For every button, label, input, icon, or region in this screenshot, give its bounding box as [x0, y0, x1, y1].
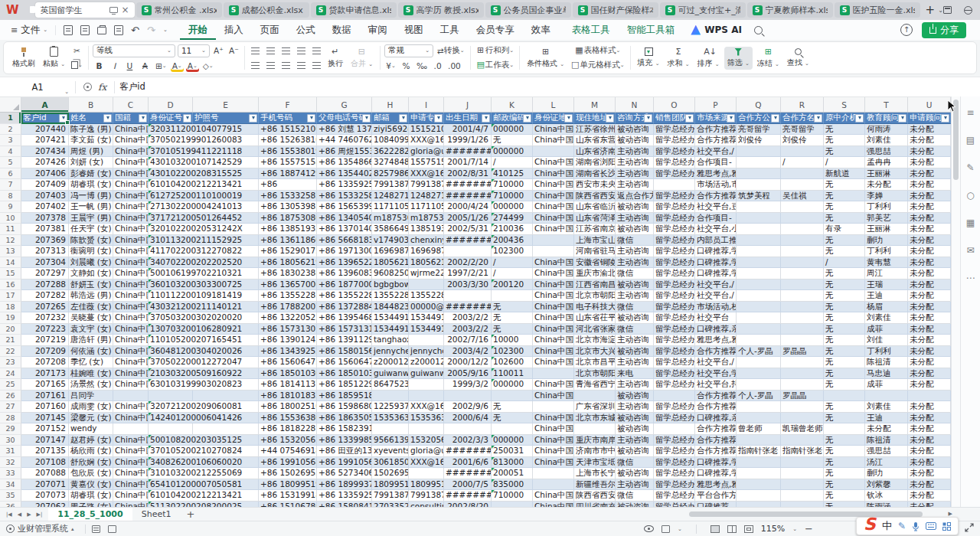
row-number[interactable]: 21: [0, 335, 21, 346]
circle-icon[interactable]: ○: [965, 190, 976, 201]
filter-dropdown-icon[interactable]: [644, 114, 652, 123]
cell[interactable]: 唐浩轩 (男): [69, 335, 113, 346]
cell[interactable]: 124827175: [409, 191, 444, 202]
cell[interactable]: 被动咨询: [616, 135, 654, 146]
row-number[interactable]: 32: [0, 457, 21, 469]
cell[interactable]: 138519326: [409, 224, 444, 235]
distribute-icon[interactable]: [310, 59, 323, 71]
cell[interactable]: 207073: [21, 490, 69, 502]
conditional-format-button[interactable]: ⊞条件格式 ⌄: [524, 46, 567, 70]
cell[interactable]: 指南针张老: [781, 446, 824, 457]
cell[interactable]: +86 1340540988: [317, 213, 372, 224]
contextual-tab-智能工具箱[interactable]: 智能工具箱: [619, 20, 684, 40]
cell[interactable]: 654101200007050581: [149, 479, 259, 491]
cell[interactable]: [865, 391, 908, 402]
cell[interactable]: 赵君婷 (女): [69, 435, 113, 446]
cell[interactable]: 被动咨询: [616, 279, 654, 291]
cell[interactable]: China中国: [533, 324, 574, 335]
cell[interactable]: [737, 435, 781, 446]
cell[interactable]: +86 15026953: [259, 468, 317, 479]
layout-icon[interactable]: [943, 6, 952, 14]
column-header-J[interactable]: J: [444, 97, 492, 112]
eye-protection-icon[interactable]: [644, 525, 654, 532]
row-number[interactable]: 3: [0, 135, 21, 146]
next-sheet-icon[interactable]: ▶: [27, 511, 31, 518]
cell[interactable]: 无: [492, 324, 533, 335]
cell[interactable]: 社交平台: [695, 312, 737, 324]
row-number[interactable]: 35: [0, 490, 21, 502]
cell[interactable]: z20001227: [409, 357, 444, 368]
filter-button[interactable]: 筛选 ⌄: [724, 47, 753, 70]
row-number[interactable]: 1: [0, 113, 21, 124]
cell[interactable]: 来电: [616, 368, 654, 380]
cell[interactable]: 口碑推荐: [695, 502, 737, 508]
cell[interactable]: 未分配: [908, 357, 951, 368]
cell[interactable]: [737, 357, 781, 368]
filter-dropdown-icon[interactable]: [103, 114, 112, 123]
row-number[interactable]: 5: [0, 157, 21, 168]
cell[interactable]: +86 15263810: [259, 135, 317, 146]
filter-dropdown-icon[interactable]: [606, 114, 614, 123]
cell[interactable]: 122593794: [372, 401, 409, 413]
cell[interactable]: 王晨宇 (男): [69, 213, 113, 224]
cell[interactable]: m1875308: [372, 213, 409, 224]
cell[interactable]: China中国: [533, 357, 574, 368]
justify-icon[interactable]: [295, 59, 308, 71]
cell[interactable]: 2001/4/7: [444, 124, 492, 136]
zoom-level[interactable]: 115%: [761, 524, 785, 534]
cell[interactable]: China中国: [113, 490, 149, 502]
wps-ai-button[interactable]: WPS AI: [691, 25, 742, 35]
cell[interactable]: [824, 391, 865, 402]
cell[interactable]: 留学总经办: [654, 312, 695, 324]
cell[interactable]: [574, 423, 616, 435]
currency-icon[interactable]: ¥⌄: [384, 60, 397, 72]
font-family-select[interactable]: 等线⌄: [93, 44, 175, 57]
cell[interactable]: 169698712: [409, 246, 444, 257]
cell[interactable]: 未分配: [908, 157, 951, 168]
cell[interactable]: 2000/7/5: [444, 479, 492, 491]
cell[interactable]: 无: [824, 268, 865, 279]
cell[interactable]: [781, 146, 824, 158]
cell[interactable]: [737, 302, 781, 313]
cell[interactable]: 留学总经办: [654, 357, 695, 368]
cell[interactable]: 社交平台,小: [695, 224, 737, 235]
cell[interactable]: China中国: [533, 179, 574, 191]
cell[interactable]: 胡睿琪 (女): [69, 490, 113, 502]
cell[interactable]: 130703200106280921: [149, 324, 259, 335]
cell[interactable]: +86 刘慧 137052: [317, 124, 372, 136]
cell[interactable]: 320721200209060081: [149, 401, 259, 413]
cell[interactable]: 430321200211140121: [149, 302, 259, 313]
file-tab[interactable]: S高学历 教授.xlsx: [398, 2, 484, 18]
cell[interactable]: +86 1991056818: [317, 457, 372, 469]
cell[interactable]: [781, 179, 824, 191]
cell[interactable]: 周江: [865, 268, 908, 279]
cell[interactable]: 刘俊伶: [781, 135, 824, 146]
cell[interactable]: +86 1580841090: [317, 502, 372, 508]
cell[interactable]: China中国: [533, 346, 574, 358]
cell[interactable]: guiwanwei: [372, 368, 409, 380]
row-number[interactable]: 4: [0, 146, 21, 158]
cell[interactable]: China中国: [533, 413, 574, 424]
cell[interactable]: 主动咨询: [616, 335, 654, 346]
cell[interactable]: 江西省南昌: [574, 279, 616, 291]
cell[interactable]: 市场活动,市: [695, 179, 737, 191]
cell[interactable]: 口碑推荐,学: [695, 457, 737, 469]
cell[interactable]: +86 18302388: [259, 268, 317, 279]
cell[interactable]: chenxinyur: [409, 235, 444, 247]
cell[interactable]: 左佳薇 (女): [69, 302, 113, 313]
find-button[interactable]: 查找 ⌄: [784, 46, 812, 70]
cell[interactable]: [193, 391, 259, 402]
cell[interactable]: 2002/7/16: [444, 335, 492, 346]
cell[interactable]: [737, 335, 781, 346]
cell[interactable]: 西安市未央: [574, 179, 616, 191]
column-header-Q[interactable]: Q: [737, 97, 781, 112]
cell[interactable]: 刘素佳: [865, 401, 908, 413]
file-tab[interactable]: S可过_支付宝+_滴滴: [660, 2, 746, 18]
cell[interactable]: China中国: [113, 268, 149, 279]
cell[interactable]: 未分配: [908, 346, 951, 358]
cell[interactable]: 2000/6/4: [444, 413, 492, 424]
cell[interactable]: 2005/9/16: [444, 368, 492, 380]
file-tab[interactable]: 英国留学生×: [35, 2, 135, 18]
cell[interactable]: 207208: [21, 357, 69, 368]
row-number[interactable]: 14: [0, 257, 21, 269]
